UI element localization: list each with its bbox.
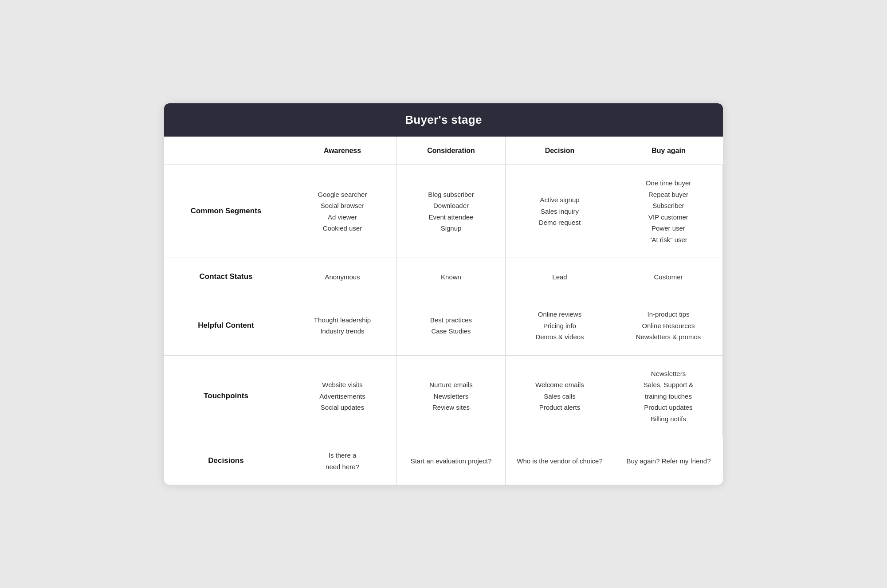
common-segments-buy-again: One time buyer Repeat buyer Subscriber V… xyxy=(614,165,723,258)
decisions-awareness: Is there a need here? xyxy=(288,437,397,485)
touchpoints-buy-again: Newsletters Sales, Support & training to… xyxy=(614,356,723,438)
common-segments-awareness-content: Google searcher Social browser Ad viewer… xyxy=(318,189,367,234)
corner-cell xyxy=(164,137,288,165)
helpful-content-buy-again: In-product tips Online Resources Newslet… xyxy=(614,296,723,356)
touchpoints-awareness: Website visits Advertisements Social upd… xyxy=(288,356,397,438)
common-segments-decision: Active signup Sales inquiry Demo request xyxy=(506,165,614,258)
touchpoints-decision: Welcome emails Sales calls Product alert… xyxy=(506,356,614,438)
common-segments-decision-content: Active signup Sales inquiry Demo request xyxy=(539,194,581,228)
row-header-contact-status: Contact Status xyxy=(164,258,288,296)
touchpoints-consideration: Nurture emails Newsletters Review sites xyxy=(397,356,506,438)
common-segments-consideration: Blog subscriber Downloader Event attende… xyxy=(397,165,506,258)
common-segments-buy-again-content: One time buyer Repeat buyer Subscriber V… xyxy=(646,177,691,245)
col-header-awareness: Awareness xyxy=(288,137,397,165)
row-header-touchpoints: Touchpoints xyxy=(164,356,288,438)
buyers-stage-table: Buyer's stage Awareness Consideration De… xyxy=(164,103,723,485)
col-header-consideration: Consideration xyxy=(397,137,506,165)
helpful-content-awareness: Thought leadership Industry trends xyxy=(288,296,397,356)
helpful-content-decision: Online reviews Pricing info Demos & vide… xyxy=(506,296,614,356)
col-header-decision: Decision xyxy=(506,137,614,165)
row-header-common-segments: Common Segments xyxy=(164,165,288,258)
decisions-buy-again: Buy again? Refer my friend? xyxy=(614,437,723,485)
common-segments-consideration-content: Blog subscriber Downloader Event attende… xyxy=(428,189,474,234)
row-header-decisions: Decisions xyxy=(164,437,288,485)
contact-status-awareness: Anonymous xyxy=(288,258,397,296)
decisions-consideration: Start an evaluation project? xyxy=(397,437,506,485)
table-main-header: Buyer's stage xyxy=(164,103,723,137)
helpful-content-consideration: Best practices Case Studies xyxy=(397,296,506,356)
contact-status-consideration: Known xyxy=(397,258,506,296)
col-header-buy-again: Buy again xyxy=(614,137,723,165)
row-header-helpful-content: Helpful Content xyxy=(164,296,288,356)
contact-status-buy-again: Customer xyxy=(614,258,723,296)
decisions-decision: Who is the vendor of choice? xyxy=(506,437,614,485)
contact-status-decision: Lead xyxy=(506,258,614,296)
table-grid: Awareness Consideration Decision Buy aga… xyxy=(164,137,723,485)
common-segments-awareness: Google searcher Social browser Ad viewer… xyxy=(288,165,397,258)
